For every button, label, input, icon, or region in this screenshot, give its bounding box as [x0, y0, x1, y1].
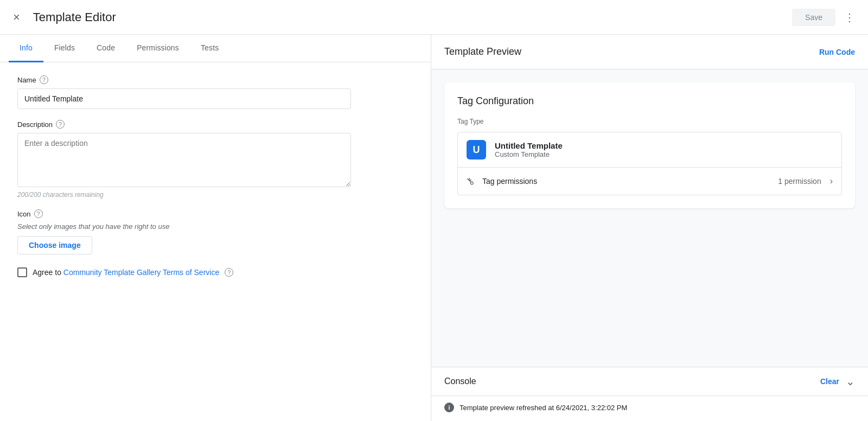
tab-tests[interactable]: Tests — [190, 35, 229, 62]
tab-code[interactable]: Code — [86, 35, 126, 62]
tag-type-label: Tag Type — [457, 118, 842, 125]
console-log-row: i Template preview refreshed at 6/24/202… — [444, 403, 855, 412]
tab-fields[interactable]: Fields — [43, 35, 86, 62]
icon-instruction: Select only images that you have the rig… — [17, 222, 413, 231]
app-header: × Template Editor Save ⋮ — [0, 0, 868, 35]
chevron-right-icon: › — [830, 176, 833, 186]
permissions-label: Tag permissions — [482, 177, 769, 186]
close-icon: × — [13, 10, 20, 24]
console-section: Console Clear ⌄ i Template preview refre… — [431, 367, 868, 421]
save-button[interactable]: Save — [792, 9, 835, 26]
name-help-icon[interactable]: ? — [40, 75, 48, 84]
console-message: Template preview refreshed at 6/24/2021,… — [459, 404, 627, 412]
icon-help-icon[interactable]: ? — [34, 209, 43, 218]
tag-config-title: Tag Configuration — [457, 95, 842, 107]
description-help-icon[interactable]: ? — [56, 120, 65, 129]
clear-button[interactable]: Clear — [820, 377, 839, 386]
name-field-group: Name ? — [17, 75, 413, 109]
main-layout: Info Fields Code Permissions Tests Name … — [0, 35, 868, 421]
header-right: Save ⋮ — [792, 7, 859, 28]
choose-image-button[interactable]: Choose image — [17, 236, 92, 254]
description-input[interactable] — [17, 133, 351, 187]
tos-text: Agree to Community Template Gallery Term… — [33, 268, 219, 277]
tag-icon: U — [467, 140, 486, 160]
preview-header: Template Preview Run Code — [431, 35, 868, 69]
tag-name: Untitled Template — [495, 141, 563, 150]
tag-subtitle: Custom Template — [495, 150, 563, 158]
tab-permissions[interactable]: Permissions — [126, 35, 190, 62]
tab-bar: Info Fields Code Permissions Tests — [0, 35, 431, 62]
tag-config-card: Tag Configuration Tag Type U Untitled Te… — [444, 82, 855, 208]
description-label: Description ? — [17, 120, 413, 129]
icon-field-group: Icon ? Select only images that you have … — [17, 209, 413, 254]
close-button[interactable]: × — [9, 6, 24, 29]
console-header[interactable]: Console Clear ⌄ — [431, 367, 868, 396]
left-panel: Info Fields Code Permissions Tests Name … — [0, 35, 431, 421]
tag-type-row: U Untitled Template Custom Template — [457, 132, 842, 168]
name-input[interactable] — [17, 88, 351, 109]
tab-info[interactable]: Info — [9, 35, 43, 62]
page-title: Template Editor — [33, 10, 116, 24]
header-left: × Template Editor — [9, 6, 116, 29]
description-field-group: Description ? 200/200 characters remaini… — [17, 120, 413, 199]
name-label: Name ? — [17, 75, 413, 84]
char-count: 200/200 characters remaining — [17, 191, 413, 199]
key-icon: ⚷ — [463, 175, 477, 188]
right-panel: Template Preview Run Code Tag Configurat… — [431, 35, 868, 421]
permissions-count: 1 permission — [778, 177, 821, 186]
console-title: Console — [444, 377, 476, 386]
left-content: Name ? Description ? 200/200 characters … — [0, 62, 431, 421]
preview-title: Template Preview — [444, 46, 521, 58]
info-circle-icon: i — [444, 403, 454, 412]
tos-row: Agree to Community Template Gallery Term… — [17, 267, 413, 277]
run-code-button[interactable]: Run Code — [819, 48, 855, 56]
icon-label: Icon ? — [17, 209, 413, 218]
collapse-button[interactable]: ⌄ — [846, 375, 855, 388]
tos-link[interactable]: Community Template Gallery Terms of Serv… — [63, 268, 219, 277]
console-content: i Template preview refreshed at 6/24/202… — [431, 396, 868, 421]
tos-help-icon[interactable]: ? — [225, 268, 233, 277]
preview-content: Tag Configuration Tag Type U Untitled Te… — [431, 69, 868, 367]
tag-info: Untitled Template Custom Template — [495, 141, 563, 158]
more-icon: ⋮ — [844, 11, 855, 24]
tos-checkbox[interactable] — [17, 267, 27, 277]
tag-permissions-row[interactable]: ⚷ Tag permissions 1 permission › — [457, 168, 842, 195]
console-actions: Clear ⌄ — [820, 375, 855, 388]
more-options-button[interactable]: ⋮ — [840, 7, 859, 28]
